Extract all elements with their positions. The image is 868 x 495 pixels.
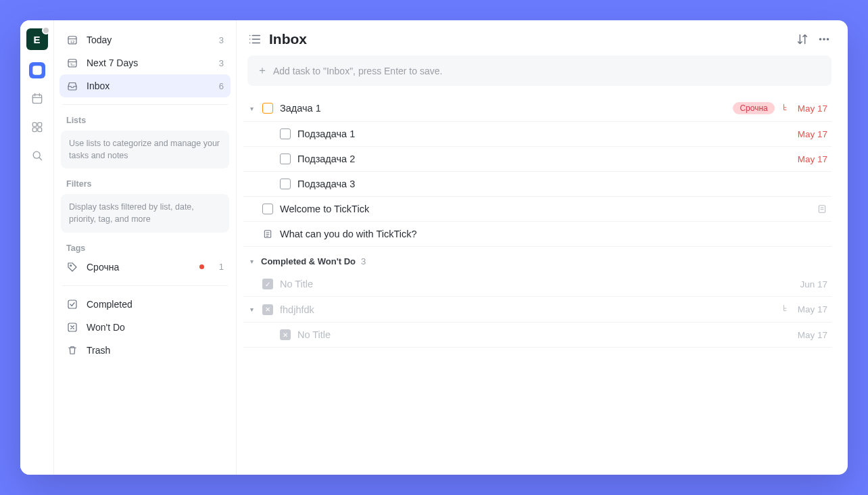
tag-pill[interactable]: Срочна xyxy=(733,102,774,114)
task-checkbox[interactable] xyxy=(262,204,273,214)
completed-icon xyxy=(66,298,78,310)
app-window: E 12 Today 3 Tu Next 7 Days 3 Inbox 6 xyxy=(20,20,848,475)
task-title: Задача 1 xyxy=(280,103,726,114)
sidebar-item-label: Today xyxy=(87,34,211,45)
svg-text:Tu: Tu xyxy=(70,63,74,67)
today-icon: 12 xyxy=(66,34,78,46)
wontdo-icon xyxy=(66,321,78,333)
tag-icon xyxy=(66,261,78,273)
svg-point-16 xyxy=(827,39,828,40)
completed-section-header[interactable]: ▾ Completed & Won't Do 3 xyxy=(243,247,831,272)
icon-rail: E xyxy=(20,20,54,475)
inbox-icon xyxy=(66,80,78,92)
task-date: May 17 xyxy=(798,330,827,340)
sidebar-item-completed[interactable]: Completed xyxy=(59,293,231,316)
count: 1 xyxy=(219,262,224,272)
more-icon[interactable] xyxy=(817,32,831,47)
main-panel: Inbox ＋ Add task to "Inbox", press Enter… xyxy=(237,20,848,475)
count: 6 xyxy=(219,81,224,91)
sidebar-item-inbox[interactable]: Inbox 6 xyxy=(59,74,231,97)
doc-icon xyxy=(262,229,273,239)
tags-section-title: Tags xyxy=(59,239,231,256)
task-checkbox[interactable] xyxy=(280,128,291,139)
sidebar-item-label: Trash xyxy=(87,345,224,356)
lists-help: Use lists to categorize and manage your … xyxy=(61,131,229,168)
svg-rect-2 xyxy=(32,122,37,126)
add-task-input[interactable]: ＋ Add task to "Inbox", press Enter to sa… xyxy=(247,55,831,86)
task-row[interactable]: ▾ Подзадача 1 May 17 xyxy=(243,122,831,147)
avatar[interactable]: E xyxy=(26,28,48,50)
sidebar-item-label: Next 7 Days xyxy=(87,57,211,68)
svg-rect-3 xyxy=(37,122,41,126)
task-row[interactable]: ▾ Задача 1 Срочна May 17 xyxy=(243,95,831,122)
task-checkbox[interactable] xyxy=(280,179,291,189)
sidebar-item-trash[interactable]: Trash xyxy=(59,339,231,362)
task-date: May 17 xyxy=(798,103,827,114)
task-title: fhdjhfdk xyxy=(280,304,775,315)
task-title: No Title xyxy=(280,279,793,289)
svg-rect-17 xyxy=(819,206,825,213)
section-count: 3 xyxy=(361,256,366,266)
filters-section-title: Filters xyxy=(59,175,231,191)
task-checkbox[interactable] xyxy=(280,154,291,164)
chevron-down-icon[interactable]: ▾ xyxy=(247,258,256,265)
task-row[interactable]: ▾ Welcome to TickTick xyxy=(243,197,831,222)
divider xyxy=(62,285,228,286)
calendar-icon[interactable] xyxy=(29,91,45,107)
svg-point-11 xyxy=(70,264,72,266)
sidebar: 12 Today 3 Tu Next 7 Days 3 Inbox 6 List… xyxy=(54,20,237,475)
task-title: Welcome to TickTick xyxy=(280,204,810,214)
task-row[interactable]: ▾ ✕ No Title May 17 xyxy=(243,323,831,348)
svg-rect-4 xyxy=(32,128,37,132)
task-date: Jun 17 xyxy=(800,279,827,289)
task-list: ▾ Задача 1 Срочна May 17 ▾ Подзадача 1 M… xyxy=(243,95,831,348)
task-date: May 17 xyxy=(798,154,827,164)
apps-icon[interactable] xyxy=(29,119,45,135)
svg-point-15 xyxy=(823,39,825,40)
task-title: Подзадача 3 xyxy=(297,179,827,189)
task-checkbox[interactable] xyxy=(262,103,273,114)
task-title: Подзадача 2 xyxy=(297,154,791,164)
wontdo-checkbox[interactable]: ✕ xyxy=(262,304,273,315)
sidebar-item-label: Won't Do xyxy=(87,322,224,333)
chevron-down-icon[interactable]: ▾ xyxy=(247,306,256,313)
task-row[interactable]: ▾ Подзадача 3 xyxy=(243,172,831,197)
task-row[interactable]: ▾ ✕ fhdjhfdk May 17 xyxy=(243,297,831,323)
list-view-icon[interactable] xyxy=(247,32,262,47)
wontdo-checkbox[interactable]: ✕ xyxy=(280,329,291,340)
tag-color-dot xyxy=(199,264,204,269)
main-header: Inbox xyxy=(243,31,831,55)
task-date: May 17 xyxy=(798,304,827,314)
sort-icon[interactable] xyxy=(795,32,810,47)
sidebar-tag-item[interactable]: Срочна 1 xyxy=(59,256,231,279)
task-title: What can you do with TickTick? xyxy=(280,229,827,239)
subtask-tree-icon xyxy=(781,103,791,114)
task-title: Подзадача 1 xyxy=(297,128,791,139)
section-title: Completed & Won't Do xyxy=(261,256,356,266)
svg-point-6 xyxy=(33,151,40,158)
tasks-icon[interactable] xyxy=(29,62,45,78)
page-title: Inbox xyxy=(269,31,788,47)
sidebar-item-wontdo[interactable]: Won't Do xyxy=(59,316,231,339)
plus-icon: ＋ xyxy=(257,64,268,78)
sidebar-item-today[interactable]: 12 Today 3 xyxy=(59,28,231,51)
sidebar-item-label: Inbox xyxy=(87,80,211,91)
divider xyxy=(62,104,228,105)
count: 3 xyxy=(219,58,224,68)
svg-text:12: 12 xyxy=(70,40,75,44)
svg-rect-5 xyxy=(37,128,41,132)
add-task-placeholder: Add task to "Inbox", press Enter to save… xyxy=(273,66,442,76)
search-icon[interactable] xyxy=(29,147,45,164)
done-checkbox[interactable]: ✓ xyxy=(262,279,273,289)
svg-rect-0 xyxy=(32,66,41,74)
sidebar-item-label: Completed xyxy=(87,299,224,310)
task-row[interactable]: ▾ What can you do with TickTick? xyxy=(243,222,831,247)
subtask-tree-icon xyxy=(781,304,791,315)
svg-point-14 xyxy=(819,39,821,40)
count: 3 xyxy=(219,35,224,45)
week-icon: Tu xyxy=(66,57,78,69)
task-row[interactable]: ▾ Подзадача 2 May 17 xyxy=(243,147,831,172)
task-row[interactable]: ▾ ✓ No Title Jun 17 xyxy=(243,272,831,297)
chevron-down-icon[interactable]: ▾ xyxy=(247,105,256,112)
sidebar-item-next7[interactable]: Tu Next 7 Days 3 xyxy=(59,51,231,74)
